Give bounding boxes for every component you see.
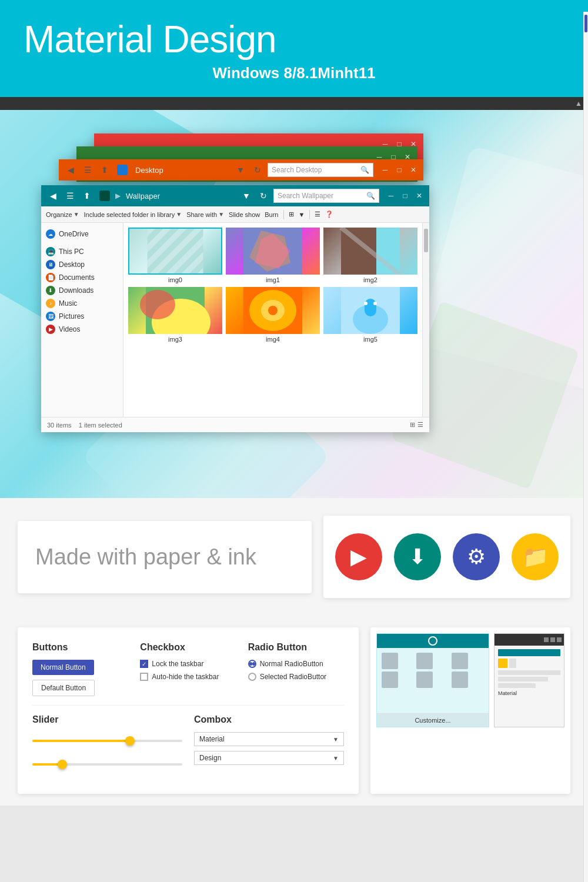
paper-tagline-card: Made with paper & ink <box>18 521 312 593</box>
radio-selected-button[interactable] <box>248 673 256 681</box>
fm-toolbar: Organize ▼ Include selected folder in li… <box>41 206 429 223</box>
sidebar-item-pictures[interactable]: 🖼 Pictures <box>41 310 123 323</box>
slider1-container[interactable] <box>32 732 182 750</box>
preview-material-label: Material <box>498 690 560 696</box>
close-button-teal[interactable]: ✕ <box>414 191 425 201</box>
preview-icon3 <box>452 653 468 669</box>
slider1-thumb[interactable] <box>125 736 135 746</box>
dropdown-btn-orange[interactable]: ▼ <box>233 163 248 177</box>
back-button-teal[interactable]: ◀ <box>46 189 60 203</box>
thumbnail-img0[interactable]: img0 <box>128 228 222 283</box>
sidebar-item-downloads[interactable]: ⬇ Downloads <box>41 284 123 297</box>
combox-select1[interactable]: Material ▼ <box>194 732 344 746</box>
toolbar-view-chevron[interactable]: ▼ <box>299 211 305 218</box>
preview-customize[interactable]: Customize... <box>377 713 489 727</box>
radio-selected[interactable]: Selected RadioButtor <box>248 673 344 681</box>
preview-icon2 <box>416 653 433 669</box>
up-button-teal[interactable]: ⬆ <box>80 189 94 203</box>
checkbox-autohide-box[interactable] <box>140 673 148 681</box>
thumbnail-img5[interactable]: img5 <box>323 287 417 343</box>
close-button-orange[interactable]: ✕ <box>408 165 419 175</box>
include-chevron: ▼ <box>176 211 182 218</box>
toolbar-view1[interactable]: ⊞ <box>289 211 294 218</box>
preview-card: Customize... <box>370 627 570 794</box>
slider2-container[interactable] <box>32 756 182 773</box>
list-view-icon[interactable]: ☰ <box>417 421 423 429</box>
thumbnail-img3[interactable]: img3 <box>128 287 222 343</box>
film-icon-button[interactable]: ▶ <box>335 533 382 580</box>
checkbox-lock-box[interactable]: ✓ <box>140 660 148 668</box>
default-button[interactable]: Default Button <box>32 680 95 696</box>
menu-button-teal[interactable]: ☰ <box>63 189 77 203</box>
refresh-btn-orange[interactable]: ↻ <box>250 163 265 177</box>
preview-line3 <box>498 683 536 688</box>
fm-content: ☁ OneDrive 💻 This PC 🖥 Desktop 📄 Doc <box>41 223 429 417</box>
grid-view-icon[interactable]: ⊞ <box>410 421 415 429</box>
toolbar-help[interactable]: ❓ <box>325 211 333 218</box>
preview-material-text-box <box>509 659 516 668</box>
win-icon-teal <box>99 191 110 201</box>
thumbnail-img1[interactable]: img1 <box>226 228 320 283</box>
normal-button[interactable]: Normal Button <box>32 660 94 675</box>
buttons-title: Buttons <box>32 642 128 653</box>
slider2-thumb[interactable] <box>58 760 67 769</box>
svg-point-15 <box>268 306 278 315</box>
scrollbar[interactable] <box>422 223 429 417</box>
img4-preview <box>226 287 320 334</box>
svg-point-11 <box>140 290 175 319</box>
share-chevron: ▼ <box>218 211 224 218</box>
sidebar-item-onedrive[interactable]: ☁ OneDrive <box>41 228 123 240</box>
checkbox-lock[interactable]: ✓ Lock the taskbar <box>140 660 236 668</box>
back-button-orange[interactable]: ◀ <box>64 163 78 177</box>
checkbox-autohide[interactable]: Auto-hide the taskbar <box>140 673 236 681</box>
desktop-icon: 🖥 <box>46 260 55 269</box>
settings-icon-button[interactable]: ⚙ <box>453 533 500 580</box>
search-box-desktop[interactable]: Search Desktop 🔍 <box>268 163 373 177</box>
preview-close-icon <box>557 637 562 642</box>
sidebar-item-desktop[interactable]: 🖥 Desktop <box>41 258 123 271</box>
minimize-button-teal[interactable]: ─ <box>386 191 396 201</box>
toolbar-slideshow[interactable]: Slide show <box>229 211 260 218</box>
img3-preview <box>128 287 222 334</box>
img0-preview <box>128 228 222 275</box>
window-desktop[interactable]: ◀ ☰ ⬆ Desktop ▼ ↻ Search Desktop 🔍 ─ □ ✕ <box>59 159 423 181</box>
toolbar-burn[interactable]: Burn <box>265 211 278 218</box>
search-box-wallpaper[interactable]: Search Wallpaper 🔍 <box>273 189 379 203</box>
toolbar-view2[interactable]: ☰ <box>315 211 320 218</box>
minimize-button-orange[interactable]: ─ <box>380 165 390 175</box>
up-button-orange[interactable]: ⬆ <box>98 163 112 177</box>
download-icon-button[interactable]: ⬇ <box>394 533 441 580</box>
maximize-button-orange[interactable]: □ <box>394 165 405 175</box>
sidebar-item-documents[interactable]: 📄 Documents <box>41 271 123 284</box>
window-wallpaper[interactable]: ◀ ☰ ⬆ ▶ Wallpaper ▼ ↻ Search Wallpaper 🔍… <box>41 185 429 432</box>
view-toggle[interactable]: ⊞ ☰ <box>410 421 423 429</box>
img2-preview <box>323 228 417 275</box>
thumbnail-img2[interactable]: img2 <box>323 228 417 283</box>
thispc-icon: 💻 <box>46 247 55 256</box>
maximize-button-teal[interactable]: □ <box>400 191 410 201</box>
settings-icon: ⚙ <box>467 544 486 569</box>
radio-normal[interactable]: Normal RadioButton <box>248 660 344 668</box>
combox-select2[interactable]: Design ▼ <box>194 751 344 765</box>
onedrive-icon: ☁ <box>46 229 55 239</box>
img5-label: img5 <box>363 336 377 343</box>
preview-right-titlebar <box>495 634 564 646</box>
folder-icon: 📁 <box>522 544 549 569</box>
scrollbar-thumb[interactable] <box>424 229 428 252</box>
header: Material Design Windows 8/8.1Minht11 <box>0 0 588 97</box>
buttons-group: Buttons Normal Button Default Button <box>32 642 128 696</box>
toolbar-include[interactable]: Include selected folder in library ▼ <box>84 211 182 218</box>
sidebar-item-videos[interactable]: ▶ Videos <box>41 323 123 336</box>
sidebar-item-music[interactable]: ♪ Music <box>41 297 123 310</box>
dropdown-btn-teal[interactable]: ▼ <box>239 189 253 203</box>
radio-normal-button[interactable] <box>248 660 256 668</box>
search-placeholder-desktop: Search Desktop <box>272 166 358 174</box>
menu-button-orange[interactable]: ☰ <box>81 163 95 177</box>
toolbar-share[interactable]: Share with ▼ <box>186 211 224 218</box>
download-icon: ⬇ <box>409 544 426 569</box>
sidebar-item-thispc[interactable]: 💻 This PC <box>41 245 123 258</box>
thumbnail-img4[interactable]: img4 <box>226 287 320 343</box>
folder-icon-button[interactable]: 📁 <box>512 533 559 580</box>
toolbar-organize[interactable]: Organize ▼ <box>46 211 79 218</box>
refresh-btn-teal[interactable]: ↻ <box>256 189 270 203</box>
